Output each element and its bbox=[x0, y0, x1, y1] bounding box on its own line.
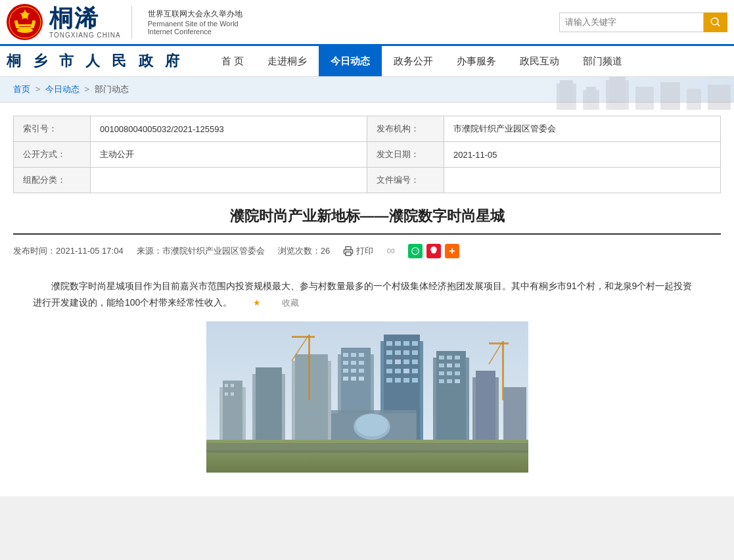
svg-rect-35 bbox=[359, 353, 364, 357]
search-button[interactable] bbox=[704, 12, 727, 32]
breadcrumb-today[interactable]: 今日动态 bbox=[45, 84, 80, 94]
svg-rect-37 bbox=[351, 361, 356, 365]
breadcrumb-home[interactable]: 首页 bbox=[13, 84, 30, 94]
label-index: 索引号： bbox=[14, 116, 91, 142]
svg-rect-60 bbox=[395, 369, 401, 373]
wechat-share-button[interactable] bbox=[408, 244, 423, 258]
svg-rect-44 bbox=[359, 377, 364, 381]
svg-rect-66 bbox=[412, 378, 418, 383]
svg-rect-48 bbox=[395, 341, 401, 346]
nav-item-interactive[interactable]: 政民互动 bbox=[508, 46, 571, 76]
breadcrumb-sep-1: > bbox=[35, 84, 43, 94]
article-paragraph: 濮院数字时尚星城项目作为目前嘉兴市范围内投资规模最大、参与村数量最多的一个村级集… bbox=[33, 278, 701, 311]
share-toggle[interactable]: ∞ bbox=[386, 244, 395, 258]
breadcrumb: 首页 > 今日动态 > 部门动态 bbox=[13, 83, 721, 95]
value-date: 2021-11-05 bbox=[444, 142, 720, 168]
svg-rect-47 bbox=[386, 341, 392, 346]
svg-rect-61 bbox=[403, 369, 409, 373]
article-meta: 发布时间：2021-11-05 17:04 来源：市濮院针织产业园区管委会 浏览… bbox=[13, 244, 721, 265]
print-label: 打印 bbox=[356, 245, 373, 257]
star-icon: ★ bbox=[235, 295, 261, 310]
breadcrumb-area: 首页 > 今日动态 > 部门动态 bbox=[0, 77, 734, 103]
views-label: 浏览次数：26 bbox=[278, 245, 330, 257]
nav-item-home[interactable]: 首 页 bbox=[210, 46, 256, 76]
body-text: 濮院数字时尚星城项目作为目前嘉兴市范围内投资规模最大、参与村数量最多的一个村级集… bbox=[33, 281, 692, 308]
label-open-method: 公开方式： bbox=[14, 142, 91, 168]
svg-rect-3 bbox=[18, 24, 32, 26]
conference-info: 世界互联网大会永久举办地 Permanent Site of the World… bbox=[148, 9, 242, 35]
svg-rect-64 bbox=[395, 378, 401, 383]
article-image-container bbox=[33, 321, 701, 473]
nav-bar: 桐 乡 市 人 民 政 府 首 页 走进桐乡 今日动态 政务公开 办事服务 政民… bbox=[0, 44, 734, 76]
value-file-no bbox=[444, 168, 720, 193]
svg-rect-85 bbox=[308, 335, 310, 400]
svg-rect-18 bbox=[346, 252, 351, 255]
national-emblem bbox=[7, 4, 43, 40]
svg-rect-59 bbox=[386, 369, 392, 373]
svg-rect-53 bbox=[403, 350, 409, 355]
main-nav: 首 页 走进桐乡 今日动态 政务公开 办事服务 政民互动 部门频道 bbox=[210, 46, 634, 76]
svg-rect-92 bbox=[206, 450, 528, 453]
svg-rect-30 bbox=[231, 392, 234, 396]
svg-rect-89 bbox=[489, 342, 509, 344]
svg-rect-63 bbox=[386, 378, 392, 383]
svg-rect-28 bbox=[231, 384, 234, 387]
svg-rect-75 bbox=[439, 371, 444, 375]
publish-time-label: 发布时间：2021-11-05 17:04 bbox=[13, 245, 124, 257]
views-lbl: 浏览次数： bbox=[278, 246, 321, 256]
nav-item-today[interactable]: 今日动态 bbox=[319, 46, 382, 76]
svg-rect-78 bbox=[439, 379, 444, 383]
svg-rect-86 bbox=[292, 336, 315, 338]
svg-rect-24 bbox=[256, 367, 282, 440]
weibo-share-button[interactable] bbox=[426, 244, 441, 258]
value-publisher: 市濮院针织产业园区管委会 bbox=[444, 116, 720, 142]
value-open-method: 主动公开 bbox=[90, 142, 367, 168]
src-value: 市濮院针织产业园区管委会 bbox=[162, 246, 265, 256]
table-row: 索引号： 001008004005032/2021-125593 发布机构： 市… bbox=[14, 116, 721, 142]
time-value: 2021-11-05 17:04 bbox=[56, 246, 124, 256]
value-category bbox=[90, 168, 367, 193]
table-row: 组配分类： 文件编号： bbox=[14, 168, 721, 193]
city-illustration bbox=[206, 321, 528, 473]
article-image bbox=[206, 321, 528, 473]
nav-item-departments[interactable]: 部门频道 bbox=[571, 46, 634, 76]
print-button[interactable]: 打印 bbox=[343, 245, 373, 257]
gov-title: 桐 乡 市 人 民 政 府 bbox=[7, 46, 196, 76]
label-category: 组配分类： bbox=[14, 168, 91, 193]
nav-item-affairs[interactable]: 政务公开 bbox=[382, 46, 445, 76]
svg-rect-57 bbox=[403, 360, 409, 364]
nav-item-service[interactable]: 办事服务 bbox=[445, 46, 508, 76]
header: 桐浠 TONGXIANG CHINA 世界互联网大会永久举办地 Permanen… bbox=[0, 0, 734, 77]
label-date: 发文日期： bbox=[367, 142, 444, 168]
svg-rect-41 bbox=[359, 369, 364, 373]
more-share-button[interactable]: + bbox=[445, 244, 459, 258]
svg-rect-94 bbox=[476, 371, 495, 440]
search-input[interactable] bbox=[559, 12, 704, 32]
header-divider bbox=[131, 6, 132, 39]
search-icon bbox=[710, 16, 722, 28]
article-body: 濮院数字时尚星城项目作为目前嘉兴市范围内投资规模最大、参与村数量最多的一个村级集… bbox=[13, 278, 721, 473]
svg-rect-55 bbox=[386, 360, 392, 364]
svg-rect-36 bbox=[343, 361, 348, 365]
views-count: 26 bbox=[321, 246, 330, 256]
nav-item-intro[interactable]: 走进桐乡 bbox=[256, 46, 319, 76]
svg-rect-56 bbox=[395, 360, 401, 364]
site-logo-cn: 桐浠 TONGXIANG CHINA bbox=[49, 5, 121, 39]
svg-rect-80 bbox=[455, 379, 460, 383]
svg-rect-49 bbox=[403, 341, 409, 346]
svg-rect-26 bbox=[295, 354, 328, 440]
svg-rect-39 bbox=[343, 369, 348, 373]
main-content: 索引号： 001008004005032/2021-125593 发布机构： 市… bbox=[0, 103, 734, 496]
source-label: 来源：市濮院针织产业园区管委会 bbox=[137, 245, 265, 257]
bookmark-button[interactable]: ★ 收藏 bbox=[235, 295, 299, 310]
svg-rect-79 bbox=[447, 379, 452, 383]
svg-rect-95 bbox=[503, 387, 526, 440]
share-icons: + bbox=[408, 244, 459, 258]
svg-rect-72 bbox=[439, 363, 444, 367]
svg-rect-74 bbox=[455, 363, 460, 367]
svg-point-84 bbox=[356, 414, 388, 436]
time-label: 发布时间： bbox=[13, 246, 56, 256]
title-divider bbox=[13, 233, 721, 235]
svg-rect-69 bbox=[439, 356, 444, 360]
svg-rect-40 bbox=[351, 369, 356, 373]
